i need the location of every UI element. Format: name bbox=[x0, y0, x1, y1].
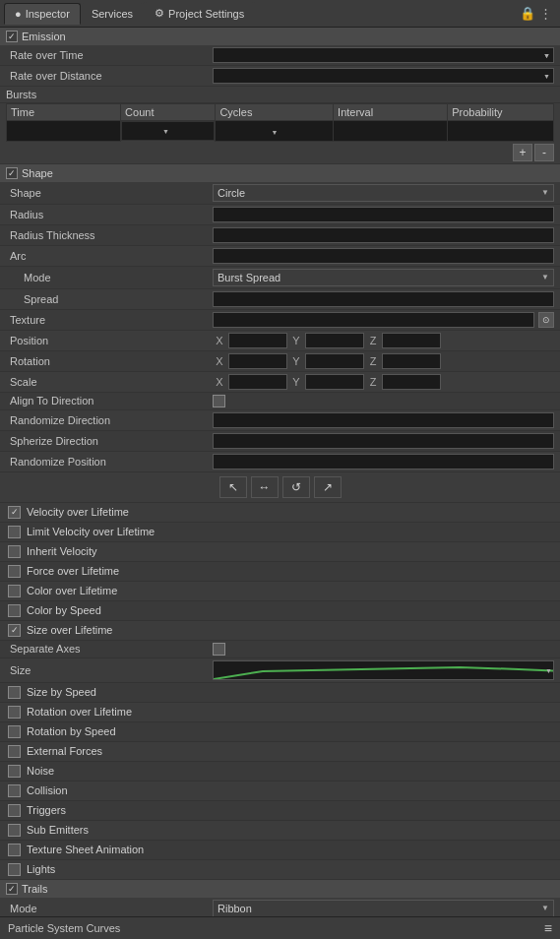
tab-project-settings[interactable]: ⚙ Project Settings bbox=[144, 2, 255, 25]
arc-label: Arc bbox=[6, 250, 213, 262]
rotation-row: Rotation X 0 Y 0 Z 0 bbox=[0, 351, 560, 372]
texture-sheet-animation-checkbox[interactable] bbox=[8, 844, 21, 856]
shape-link-icon[interactable]: ↗ bbox=[314, 476, 342, 498]
rate-over-distance-dropdown[interactable]: 0 ▼ bbox=[213, 68, 554, 84]
inherit-velocity-row: Inherit Velocity bbox=[0, 542, 560, 562]
more-icon[interactable]: ⋮ bbox=[539, 6, 552, 21]
rate-over-time-dropdown[interactable]: 0 ▼ bbox=[213, 47, 554, 63]
size-over-lifetime-header-row: Size over Lifetime bbox=[0, 621, 560, 641]
spherize-direction-label: Spherize Direction bbox=[6, 435, 213, 447]
mode-dropdown-display[interactable]: Burst Spread ▼ bbox=[213, 269, 554, 286]
size-by-speed-label: Size by Speed bbox=[27, 686, 96, 698]
size-dropdown-arrow: ▼ bbox=[545, 666, 552, 673]
shape-move-icon[interactable]: ↖ bbox=[219, 476, 247, 498]
limit-velocity-row: Limit Velocity over Lifetime bbox=[0, 523, 560, 542]
remove-burst-button[interactable]: - bbox=[534, 144, 554, 161]
align-to-direction-checkbox[interactable] bbox=[213, 395, 225, 407]
shape-dropdown[interactable]: Circle ▼ bbox=[213, 184, 554, 202]
scale-z-input[interactable]: 1 bbox=[382, 374, 441, 390]
triggers-checkbox[interactable] bbox=[8, 804, 21, 817]
rotation-by-speed-checkbox[interactable] bbox=[8, 725, 21, 738]
texture-select-icon[interactable]: ⊙ bbox=[538, 312, 554, 328]
burst-col-interval: Interval bbox=[334, 104, 448, 121]
burst-count-input[interactable]: 20 bbox=[125, 123, 160, 139]
position-x-input[interactable]: 0 bbox=[228, 333, 287, 348]
rotation-over-lifetime-checkbox[interactable] bbox=[8, 706, 21, 719]
arc-input[interactable]: 360 bbox=[213, 248, 554, 264]
velocity-over-lifetime-checkbox[interactable] bbox=[8, 506, 21, 519]
randomize-position-input[interactable]: 0 bbox=[213, 454, 554, 470]
burst-row: 0.000 20 ▼ 1 ▼ 0.010 1.00 bbox=[7, 121, 554, 142]
rotation-label: Rotation bbox=[6, 355, 213, 367]
shape-rotate-icon[interactable]: ↔ bbox=[251, 476, 279, 498]
trails-mode-display[interactable]: Ribbon ▼ bbox=[213, 900, 554, 917]
size-row: Size ▼ bbox=[0, 658, 560, 683]
align-to-direction-row: Align To Direction bbox=[0, 393, 560, 410]
trails-checkbox[interactable] bbox=[6, 883, 18, 895]
size-graph[interactable]: ▼ bbox=[213, 660, 554, 680]
burst-cycles-input[interactable]: 1 bbox=[218, 123, 266, 139]
texture-input[interactable]: None (Texture 2D) bbox=[213, 312, 534, 328]
lock-icon[interactable]: 🔒 bbox=[520, 6, 535, 21]
spherize-direction-row: Spherize Direction 0 bbox=[0, 431, 560, 452]
size-by-speed-checkbox[interactable] bbox=[8, 686, 21, 699]
external-forces-checkbox[interactable] bbox=[8, 745, 21, 758]
tab-inspector[interactable]: ● Inspector bbox=[4, 3, 81, 25]
add-burst-button[interactable]: + bbox=[513, 144, 532, 161]
emission-header: Emission bbox=[0, 28, 560, 45]
scale-y-input[interactable]: 1 bbox=[305, 374, 364, 390]
sub-emitters-checkbox[interactable] bbox=[8, 824, 21, 837]
color-over-lifetime-checkbox[interactable] bbox=[8, 585, 21, 597]
scale-x-input[interactable]: 1 bbox=[228, 374, 287, 390]
cycles-dropdown-arrow[interactable]: ▼ bbox=[269, 129, 278, 136]
mode-dropdown[interactable]: Burst Spread ▼ bbox=[213, 269, 554, 286]
position-y-input[interactable]: 0 bbox=[305, 333, 364, 348]
randomize-direction-input[interactable]: 0 bbox=[213, 412, 554, 428]
rotation-x-input[interactable]: 0 bbox=[228, 353, 287, 369]
spherize-direction-input[interactable]: 0 bbox=[213, 433, 554, 449]
rotation-z-input[interactable]: 0 bbox=[382, 353, 441, 369]
trails-mode-label: Mode bbox=[6, 903, 213, 914]
randomize-position-label: Randomize Position bbox=[6, 456, 213, 468]
size-over-lifetime-checkbox[interactable] bbox=[8, 624, 21, 637]
rate-over-distance-value: 0 ▼ bbox=[213, 68, 554, 84]
radius-label: Radius bbox=[6, 209, 213, 220]
add-remove-buttons: + - bbox=[0, 142, 560, 164]
scale-y-label: Y bbox=[289, 376, 303, 388]
collision-row: Collision bbox=[0, 782, 560, 801]
shape-scale-icon[interactable]: ↺ bbox=[282, 476, 310, 498]
color-by-speed-checkbox[interactable] bbox=[8, 604, 21, 617]
lights-checkbox[interactable] bbox=[8, 863, 21, 876]
scale-xyz: X 1 Y 1 Z 1 bbox=[213, 374, 554, 390]
dropdown-arrow-icon: ▼ bbox=[543, 73, 550, 80]
burst-time-input[interactable]: 0.000 bbox=[10, 123, 67, 139]
burst-interval-input[interactable]: 0.010 bbox=[337, 123, 394, 139]
separate-axes-checkbox[interactable] bbox=[213, 643, 225, 656]
tab-project-settings-label: Project Settings bbox=[168, 8, 244, 20]
position-z-input[interactable]: 0 bbox=[382, 333, 441, 348]
emission-checkbox[interactable] bbox=[6, 31, 18, 42]
shape-checkbox[interactable] bbox=[6, 167, 18, 179]
count-dropdown-arrow[interactable]: ▼ bbox=[160, 128, 169, 135]
noise-checkbox[interactable] bbox=[8, 765, 21, 778]
limit-velocity-checkbox[interactable] bbox=[8, 526, 21, 538]
inherit-velocity-checkbox[interactable] bbox=[8, 545, 21, 558]
rotation-y-input[interactable]: 0 bbox=[305, 353, 364, 369]
burst-probability-input[interactable]: 1.00 bbox=[451, 123, 494, 139]
radius-input[interactable]: 0.3 bbox=[213, 207, 554, 222]
radius-thickness-input[interactable]: 0 bbox=[213, 227, 554, 243]
rate-over-time-input[interactable]: 0 bbox=[213, 47, 554, 63]
rate-over-distance-input[interactable]: 0 bbox=[213, 68, 554, 84]
size-graph-container bbox=[213, 660, 554, 680]
size-by-speed-row: Size by Speed bbox=[0, 683, 560, 703]
tab-services[interactable]: Services bbox=[81, 3, 144, 25]
scale-z-label: Z bbox=[366, 376, 380, 388]
bursts-table: Time Count Cycles Interval Probability 0… bbox=[6, 103, 554, 142]
force-over-lifetime-checkbox[interactable] bbox=[8, 565, 21, 578]
shape-value: Circle ▼ bbox=[213, 184, 554, 202]
spread-input[interactable]: 0 bbox=[213, 291, 554, 307]
trails-mode-dropdown[interactable]: Ribbon ▼ bbox=[213, 900, 554, 917]
shape-dropdown-display[interactable]: Circle ▼ bbox=[213, 184, 554, 202]
collision-checkbox[interactable] bbox=[8, 784, 21, 797]
bottom-menu-icon[interactable]: ≡ bbox=[544, 920, 552, 936]
